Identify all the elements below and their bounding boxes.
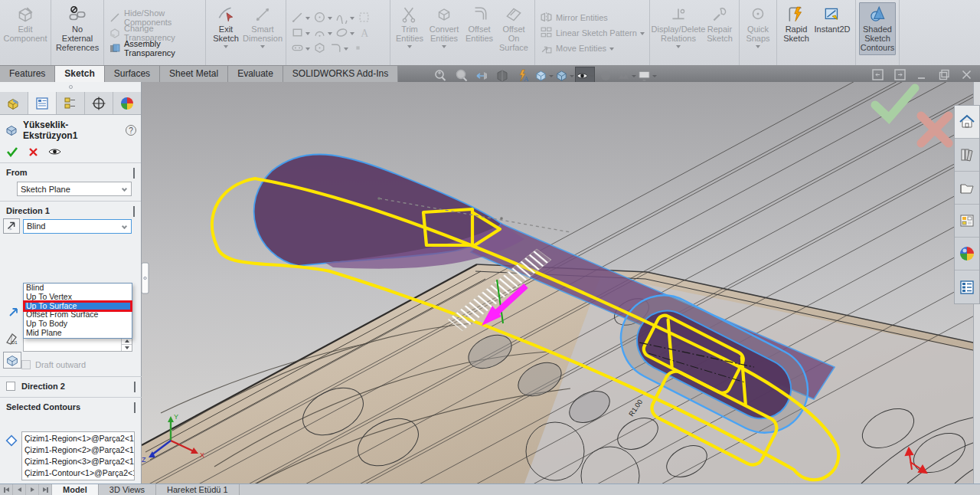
edit-component-button[interactable]: Edit Component (3, 2, 47, 46)
spline-dropdown-icon[interactable] (350, 17, 354, 20)
apply-scene-dropdown-icon[interactable] (632, 75, 636, 77)
spinner-down-button[interactable] (122, 344, 132, 351)
mirror-entities-button[interactable]: Mirror Entities (538, 10, 609, 25)
trim-entities-button[interactable]: Trim Entities (394, 2, 426, 51)
last-tab-button[interactable] (39, 484, 52, 495)
close-icon[interactable] (961, 69, 972, 80)
task-pane-home-button[interactable] (955, 106, 979, 139)
polygon-tool-button[interactable] (312, 41, 328, 56)
tab-sheet-metal[interactable]: Sheet Metal (160, 66, 228, 82)
tab-solidworks-addins[interactable]: SOLIDWORKS Add-Ins (283, 66, 398, 82)
tab-model[interactable]: Model (52, 484, 99, 495)
offset-on-surface-button[interactable]: Offset On Surface (496, 2, 531, 55)
slot-dropdown-icon[interactable] (305, 48, 310, 51)
dock-right-icon[interactable] (894, 69, 906, 80)
convert-entities-button[interactable]: Convert Entities (426, 2, 462, 51)
arc-tool-button[interactable] (312, 25, 334, 41)
tab-features[interactable]: Features (0, 66, 55, 82)
change-transparency-button[interactable]: Change Transparency (107, 25, 202, 41)
tab-sketch[interactable]: Sketch (55, 66, 104, 82)
ok-button[interactable] (6, 146, 18, 157)
rectangle-dropdown-icon[interactable] (305, 32, 310, 35)
task-pane-file-explorer-button[interactable] (955, 172, 979, 205)
selected-contours-section-header[interactable]: Selected Contours (0, 398, 142, 415)
assembly-transparency-button[interactable]: Assembly Transparency (107, 41, 202, 56)
snaps-dropdown-icon[interactable] (756, 45, 760, 48)
rectangle-tool-button[interactable] (289, 25, 312, 41)
display-delete-relations-button[interactable]: Display/Delete Relations (653, 2, 704, 51)
smart-dimension-dropdown-icon[interactable] (260, 45, 265, 48)
hide-show-components-button[interactable]: Hide/Show Components (107, 10, 202, 25)
spinner-up-button[interactable] (122, 338, 132, 344)
move-dropdown-icon[interactable] (609, 48, 614, 51)
shaded-sketch-contours-button[interactable]: Shaded Sketch Contours (859, 2, 896, 55)
contour-item[interactable]: Çizim1-Region<3>@Parça2<1> (24, 456, 132, 467)
slot-tool-button[interactable] (289, 41, 312, 56)
fillet-dropdown-icon[interactable] (344, 48, 348, 51)
view-orientation-dropdown-icon[interactable] (549, 75, 554, 77)
lasso-tool-button[interactable] (356, 10, 372, 25)
ellipse-dropdown-icon[interactable] (350, 32, 354, 35)
spline-tool-button[interactable] (334, 10, 356, 25)
task-pane-custom-properties-button[interactable] (955, 270, 979, 303)
from-combobox[interactable]: Sketch Plane (17, 182, 132, 196)
view-settings-dropdown-icon[interactable] (652, 75, 657, 77)
direction2-checkbox[interactable] (6, 382, 15, 391)
ellipse-tool-button[interactable] (334, 25, 356, 41)
tab-configuration-manager[interactable] (57, 92, 85, 114)
from-section-header[interactable]: From (0, 163, 141, 180)
panel-grip[interactable] (0, 82, 141, 92)
convert-dropdown-icon[interactable] (442, 45, 446, 48)
fillet-tool-button[interactable] (328, 41, 350, 56)
prev-tab-button[interactable] (13, 484, 26, 495)
tab-feature-manager[interactable] (0, 92, 28, 114)
graphics-area[interactable]: R1.00 Y X Z (142, 82, 980, 484)
exit-sketch-button[interactable]: Exit Sketch (209, 2, 243, 51)
selected-contours-listbox[interactable]: Çizim1-Region<1>@Parça2<1> Çizim1-Region… (21, 431, 135, 480)
restore-icon[interactable] (939, 69, 950, 80)
no-external-references-button[interactable]: No External References (54, 2, 100, 55)
tab-evaluate[interactable]: Evaluate (228, 66, 283, 82)
reverse-direction-button[interactable] (3, 218, 20, 234)
draft-outward-checkbox[interactable] (21, 360, 31, 369)
instant2d-button[interactable]: Instant2D (812, 2, 852, 37)
preview-eye-button[interactable] (48, 147, 61, 156)
direction1-section-header[interactable]: Direction 1 (0, 202, 141, 218)
hide-show-items-dropdown-icon[interactable] (590, 75, 594, 77)
smart-dimension-button[interactable]: Smart Dimension (243, 2, 283, 51)
task-pane-design-library-button[interactable] (955, 139, 979, 172)
linear-sketch-pattern-button[interactable]: Linear Sketch Pattern (538, 25, 646, 41)
task-pane-appearances-button[interactable] (955, 238, 979, 270)
cancel-button[interactable] (28, 147, 38, 157)
move-entities-button[interactable]: Move Entities (538, 41, 616, 56)
panel-splitter-tab[interactable] (142, 263, 149, 293)
contour-item[interactable]: Çizim1-Region<2>@Parça2<1> (24, 444, 132, 456)
dock-left-icon[interactable] (872, 69, 884, 80)
arc-dropdown-icon[interactable] (328, 32, 332, 35)
display-style-dropdown-icon[interactable] (570, 75, 574, 77)
tab-dimxpert-manager[interactable] (85, 92, 113, 114)
pattern-dropdown-icon[interactable] (640, 32, 645, 35)
first-tab-button[interactable] (0, 484, 13, 495)
circle-tool-button[interactable] (312, 10, 334, 25)
end-condition-combobox[interactable]: Blind (23, 219, 132, 234)
contour-item[interactable]: Çizim1-Region<1>@Parça2<1> (24, 433, 132, 444)
offset-entities-button[interactable]: Offset Entities (462, 2, 496, 46)
point-tool-button[interactable] (350, 41, 366, 56)
rapid-sketch-button[interactable]: Rapid Sketch (780, 2, 812, 46)
tab-3d-views[interactable]: 3D Views (99, 484, 156, 495)
tab-surfaces[interactable]: Surfaces (105, 66, 160, 82)
minimize-icon[interactable] (916, 69, 928, 80)
next-tab-button[interactable] (26, 484, 39, 495)
task-pane-view-palette-button[interactable] (955, 205, 979, 238)
direction2-section-header[interactable]: Direction 2 (0, 377, 142, 394)
text-tool-button[interactable]: A (356, 25, 372, 41)
tab-display-manager[interactable] (113, 92, 141, 114)
line-dropdown-icon[interactable] (305, 17, 310, 20)
tab-property-manager[interactable] (28, 92, 57, 114)
tab-motion-study[interactable]: Hareket Etüdü 1 (156, 484, 240, 495)
help-icon[interactable]: ? (126, 125, 136, 136)
trim-dropdown-icon[interactable] (407, 45, 412, 48)
repair-sketch-button[interactable]: Repair Sketch (704, 2, 736, 46)
circle-dropdown-icon[interactable] (328, 17, 332, 20)
